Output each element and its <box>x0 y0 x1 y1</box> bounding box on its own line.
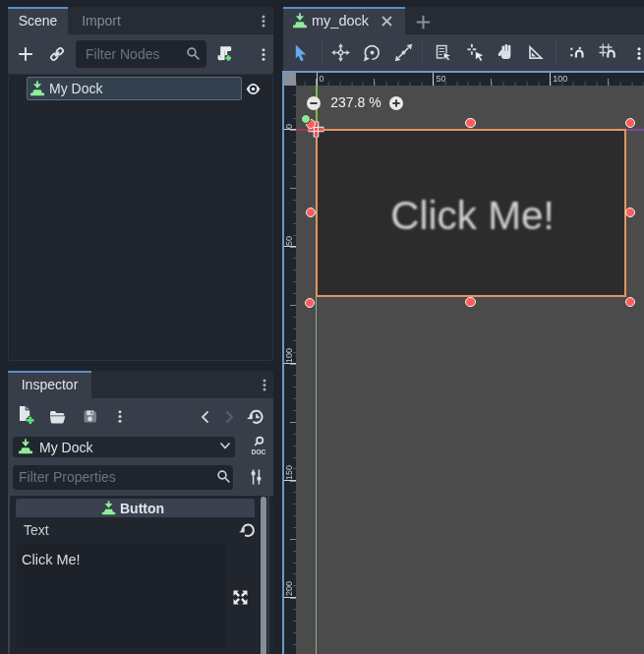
svg-text:DOC: DOC <box>252 448 266 455</box>
